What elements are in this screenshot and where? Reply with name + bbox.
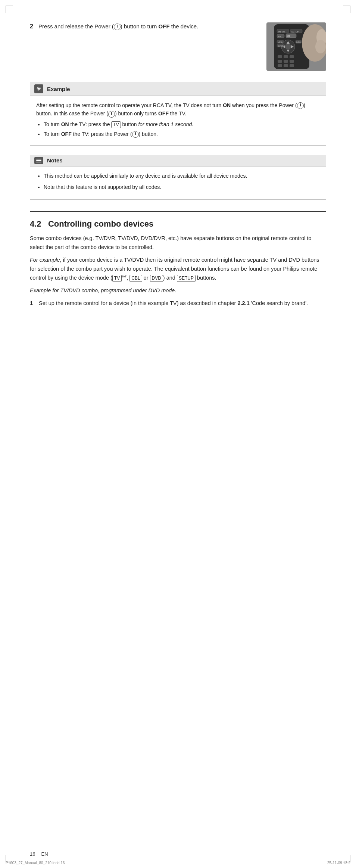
- notes-line3: [36, 162, 41, 162]
- example-bullet1: To turn ON the TV: press the TV button f…: [44, 120, 320, 128]
- notes-line2: [36, 160, 41, 161]
- svg-rect-34: [290, 64, 294, 67]
- svg-text:INFO: INFO: [296, 41, 301, 43]
- section42-para2: For example, if your combo device is a T…: [30, 256, 326, 283]
- tv-mode-btn: TV: [112, 275, 122, 282]
- remote-illustration: INPUT SETUP TV SAT CBL MENU: [266, 22, 326, 71]
- power-icon-step2: [114, 24, 121, 30]
- example-off-bold: OFF: [158, 111, 169, 116]
- section42-step1-reftext: 'Code search by brand'.: [251, 300, 308, 306]
- dvd-mode-btn: DVD: [150, 275, 163, 282]
- svg-rect-31: [290, 60, 294, 63]
- notes-icon-lines: [36, 159, 41, 162]
- section42-para2-em: For example: [30, 257, 60, 263]
- example-para1: After setting up the remote control to o…: [36, 101, 320, 118]
- example-on-bold: ON: [223, 102, 231, 108]
- sat-label: SAT: [121, 275, 127, 278]
- setup-mode-btn: SETUP: [177, 275, 196, 282]
- step2-off-label: OFF: [159, 23, 170, 29]
- notes-bullets: This method can be applied similarly to …: [40, 172, 320, 192]
- footer-page-num: 16: [30, 851, 35, 857]
- section42-step1: 1 Set up the remote control for a device…: [30, 299, 326, 308]
- example-b1-em: for more than 1 second: [138, 121, 192, 127]
- section42-para3-em: Example for TV/DVD combo, programmed und…: [30, 287, 175, 293]
- tv-button-inline: TV: [111, 121, 121, 128]
- svg-rect-27: [284, 55, 288, 58]
- step2-text: Press and release the Power () button to…: [38, 23, 198, 29]
- svg-rect-30: [284, 60, 288, 63]
- example-header: ✳ Example: [30, 82, 326, 96]
- step2-section: 2 Press and release the Power () button …: [30, 22, 326, 71]
- svg-point-4: [315, 40, 326, 53]
- power-icon-ex2: [108, 111, 115, 118]
- notes-title: Notes: [47, 157, 63, 164]
- step2-content: 2 Press and release the Power () button …: [30, 22, 255, 31]
- corner-mark-tl: [6, 6, 13, 13]
- svg-text:SETUP: SETUP: [291, 31, 299, 33]
- example-b2-off: OFF: [61, 131, 72, 137]
- example-body: After setting up the remote control to o…: [30, 96, 326, 146]
- page-container: 2 Press and release the Power () button …: [0, 0, 356, 868]
- section42-title: 4.2 Controlling combo devices: [30, 219, 326, 229]
- svg-text:GUIDE: GUIDE: [278, 45, 284, 47]
- example-b1-on: ON: [61, 121, 69, 127]
- section-divider: [30, 211, 326, 212]
- section42-step1-num: 1: [30, 299, 36, 308]
- example-icon: ✳: [34, 84, 43, 93]
- footer-lang: EN: [41, 851, 48, 857]
- example-bullets: To turn ON the TV: press the TV button f…: [40, 120, 320, 139]
- notes-bullet2: Note that this feature is not supported …: [44, 183, 320, 191]
- svg-point-15: [285, 44, 291, 50]
- example-bullet2: To turn OFF the TV: press the Power () b…: [44, 130, 320, 138]
- svg-rect-33: [284, 64, 288, 67]
- notes-icon: [34, 157, 43, 164]
- notes-body: This method can be applied similarly to …: [30, 166, 326, 200]
- section42-step1-text: Set up the remote control for a device (…: [39, 299, 308, 308]
- footer-print-file: P1003_27_Manual_80_210.indd 16: [6, 861, 65, 865]
- section42-number: 4.2: [30, 219, 41, 228]
- svg-text:MENU: MENU: [278, 41, 283, 43]
- power-icon-ex1: [297, 102, 304, 109]
- step2-number: 2: [30, 23, 33, 29]
- section42-para3: Example for TV/DVD combo, programmed und…: [30, 286, 326, 295]
- footer-print-date: 25-11-09 13:2: [327, 861, 350, 865]
- page-footer: 16 EN: [30, 851, 326, 857]
- section42-para1: Some combo devices (e.g. TV/DVR, TV/DVD,…: [30, 234, 326, 252]
- section42-heading: Controlling combo devices: [48, 219, 153, 228]
- notes-bullet1: This method can be applied similarly to …: [44, 172, 320, 180]
- svg-rect-26: [278, 55, 282, 58]
- svg-text:TV: TV: [278, 35, 281, 38]
- notes-line1: [36, 159, 41, 159]
- footer-print-info: P1003_27_Manual_80_210.indd 16 25-11-09 …: [0, 861, 356, 865]
- svg-text:CBL: CBL: [287, 35, 291, 38]
- corner-mark-tr: [343, 6, 350, 13]
- example-title: Example: [47, 86, 70, 92]
- svg-text:INPUT: INPUT: [278, 31, 285, 33]
- power-icon-ex3: [132, 131, 139, 138]
- svg-rect-29: [278, 60, 282, 63]
- section42-body: Some combo devices (e.g. TV/DVR, TV/DVD,…: [30, 234, 326, 308]
- section42: 4.2 Controlling combo devices Some combo…: [30, 219, 326, 308]
- notes-header: Notes: [30, 155, 326, 166]
- section42-step1-ref: 2.2.1: [237, 300, 249, 306]
- notes-section: Notes This method can be applied similar…: [30, 155, 326, 200]
- cbl-mode-btn: CBL: [129, 275, 142, 282]
- svg-rect-32: [278, 64, 282, 67]
- example-section: ✳ Example After setting up the remote co…: [30, 82, 326, 146]
- svg-rect-28: [290, 55, 294, 58]
